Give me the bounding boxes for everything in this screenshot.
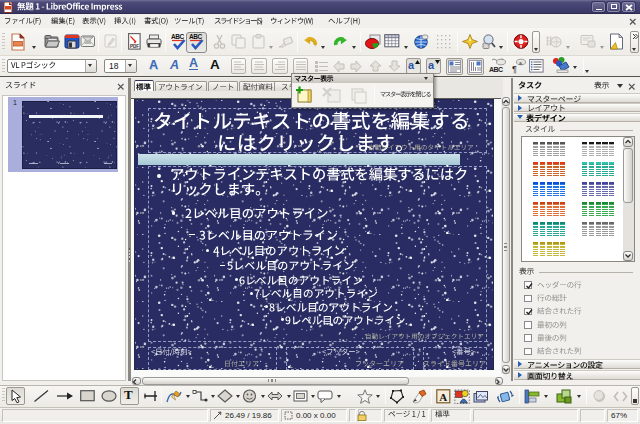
- svg-text:¶: ¶: [512, 64, 517, 74]
- svg-text:a: a: [519, 60, 522, 66]
- svg-text:ABC: ABC: [171, 33, 184, 40]
- svg-text:ABC: ABC: [489, 66, 503, 73]
- svg-text:A: A: [439, 391, 447, 403]
- svg-text:PDF: PDF: [130, 44, 139, 49]
- svg-text:ABC: ABC: [189, 33, 202, 40]
